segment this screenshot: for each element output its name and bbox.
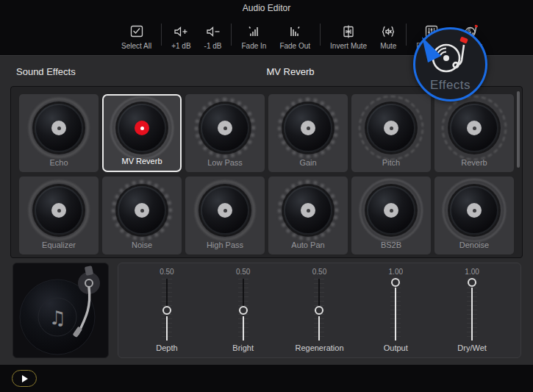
transport-bar: Apply: [0, 365, 533, 392]
slider-value: 0.50: [160, 268, 174, 277]
toolbar-separator: [231, 24, 232, 46]
slider-label: Bright: [232, 343, 254, 352]
slider-bright[interactable]: 0.50 Bright: [210, 268, 276, 354]
toolbar-button-fade-in[interactable]: Fade In: [235, 24, 273, 50]
vinyl-center-icon: [135, 203, 149, 218]
slider-label: Dry/Wet: [457, 343, 487, 352]
vinyl-icon: [450, 186, 498, 235]
vinyl-center-icon: [384, 121, 398, 135]
toolbar-separator: [406, 24, 407, 46]
toolbar-label: +1 dB: [171, 42, 190, 50]
toolbar-button-invert-mute[interactable]: Invert Mute: [323, 24, 373, 50]
slider-knob[interactable]: [468, 278, 476, 287]
slider-label: Regeneration: [295, 343, 343, 352]
slider-track[interactable]: [467, 279, 477, 341]
effect-tile-equalizer[interactable]: Equalizer: [19, 177, 99, 254]
effect-tile-echo[interactable]: Echo: [19, 94, 99, 172]
vinyl-icon: [118, 104, 166, 152]
toolbar-label: -1 dB: [204, 42, 222, 50]
tiles-scrollbar[interactable]: [517, 91, 520, 168]
callout-label: Effects: [430, 78, 471, 93]
vinyl-icon: [35, 186, 83, 235]
toolbar-label: Fade Out: [279, 42, 310, 50]
slider-output[interactable]: 1.00 Output: [362, 268, 429, 354]
effect-tile-bs2b[interactable]: BS2B: [351, 177, 431, 254]
tile-label: MV Reverb: [104, 157, 180, 165]
slider-track-lower: [243, 316, 244, 341]
toolbar-label: Invert Mute: [330, 42, 367, 50]
toolbar-button-plus-1db[interactable]: +1 dB: [165, 24, 197, 50]
play-button[interactable]: [12, 370, 37, 387]
slider-value: 0.50: [236, 268, 250, 277]
toolbar-label: Fade In: [241, 42, 266, 50]
vinyl-icon: [201, 104, 249, 152]
tile-label: Equalizer: [19, 240, 99, 249]
slider-dry-wet[interactable]: 1.00 Dry/Wet: [439, 268, 505, 354]
tile-label: Low Pass: [185, 158, 265, 167]
tile-label: BS2B: [351, 240, 431, 249]
tile-label: Denoise: [434, 240, 514, 249]
window-title: Audio Editor: [0, 3, 533, 13]
vinyl-center-icon: [51, 203, 66, 218]
slider-label: Depth: [156, 343, 177, 352]
invert-mute-icon: [340, 24, 357, 40]
tile-label: High Pass: [185, 240, 265, 249]
vinyl-icon: [118, 186, 166, 235]
volume-down-icon: [205, 24, 221, 40]
vinyl-center-icon: [218, 203, 232, 218]
vinyl-center-icon: [384, 203, 398, 218]
slider-track-upper: [166, 279, 168, 307]
slider-track-lower: [395, 288, 396, 341]
slider-track[interactable]: [390, 279, 401, 341]
vinyl-icon: [201, 186, 249, 235]
slider-knob[interactable]: [162, 306, 171, 315]
toolbar-label: Select All: [121, 42, 151, 50]
effect-tile-low-pass[interactable]: Low Pass: [185, 94, 265, 172]
slider-depth[interactable]: 0.50 Depth: [134, 268, 200, 354]
slider-track-upper: [318, 279, 320, 307]
slider-knob[interactable]: [315, 306, 323, 315]
toolbar-button-mute[interactable]: Mute: [373, 24, 403, 50]
vinyl-icon: [367, 104, 415, 152]
slider-knob[interactable]: [239, 306, 248, 315]
toolbar-button-select-all[interactable]: Select All: [115, 24, 158, 50]
tile-label: Auto Pan: [268, 240, 348, 249]
slider-regeneration[interactable]: 0.50 Regeneration: [286, 268, 352, 354]
vinyl-center-icon: [301, 203, 315, 218]
tile-label: Noise: [102, 240, 182, 249]
sound-effects-heading: Sound Effects: [16, 66, 76, 77]
vinyl-icon: [367, 186, 415, 235]
toolbar-label: Mute: [380, 42, 396, 50]
toolbar-separator: [161, 24, 162, 46]
effect-tile-mv-reverb[interactable]: MV Reverb: [102, 94, 182, 172]
slider-track-lower: [471, 288, 473, 341]
slider-track[interactable]: [314, 279, 324, 341]
slider-value: 1.00: [465, 268, 479, 277]
tile-label: Gain: [268, 158, 348, 167]
effect-tile-pitch[interactable]: Pitch: [351, 94, 431, 172]
effect-tile-denoise[interactable]: Denoise: [434, 177, 514, 254]
slider-value: 1.00: [389, 268, 403, 277]
svg-text:♫: ♫: [49, 307, 65, 329]
effects-tiles-grid: Echo MV Reverb Low Pass Gain Pitch Rever…: [19, 94, 514, 254]
effect-tile-noise[interactable]: Noise: [102, 177, 182, 254]
toolbar-button-fade-out[interactable]: Fade Out: [273, 24, 317, 50]
effects-tiles-panel: Echo MV Reverb Low Pass Gain Pitch Rever…: [10, 86, 523, 258]
toolbar-button-minus-1db[interactable]: -1 dB: [198, 24, 229, 50]
vinyl-icon: [35, 104, 83, 152]
slider-label: Output: [384, 343, 408, 352]
vinyl-icon: [450, 104, 498, 152]
current-effect-heading: MV Reverb: [221, 66, 360, 77]
slider-track-lower: [166, 316, 168, 341]
vinyl-icon: [284, 104, 332, 152]
slider-track[interactable]: [238, 279, 248, 341]
vinyl-center-icon: [135, 121, 149, 135]
effect-tile-gain[interactable]: Gain: [268, 94, 348, 172]
vinyl-center-icon: [51, 121, 66, 135]
vinyl-center-icon: [467, 121, 482, 135]
slider-track[interactable]: [162, 279, 172, 341]
effect-tile-auto-pan[interactable]: Auto Pan: [268, 177, 348, 254]
effect-tile-reverb[interactable]: Reverb: [434, 94, 514, 172]
effect-tile-high-pass[interactable]: High Pass: [185, 177, 265, 254]
slider-knob[interactable]: [391, 278, 400, 287]
